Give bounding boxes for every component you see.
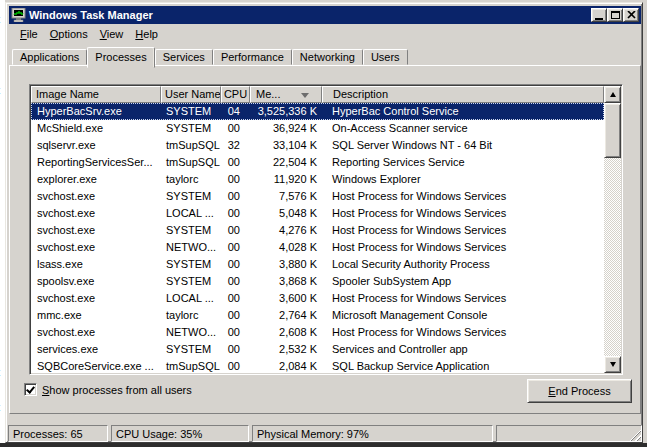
cell-cpu: 00 xyxy=(221,256,250,273)
process-row[interactable]: svchost.exe NETWO... 00 4,028 K Host Pro… xyxy=(31,239,604,256)
cell-image-name: spoolsv.exe xyxy=(31,273,161,290)
process-row[interactable]: svchost.exe NETWO... 00 2,608 K Host Pro… xyxy=(31,324,604,341)
column-header-user-name[interactable]: User Name xyxy=(161,86,221,103)
cell-cpu: 00 xyxy=(221,358,250,373)
cell-description: Host Process for Windows Services xyxy=(322,324,604,341)
tab-processes[interactable]: Processes xyxy=(87,47,154,68)
process-row[interactable]: mmc.exe taylorc 00 2,764 K Microsoft Man… xyxy=(31,307,604,324)
menu-item-file[interactable]: File xyxy=(14,26,44,42)
process-row[interactable]: svchost.exe LOCAL ... 00 3,600 K Host Pr… xyxy=(31,290,604,307)
cell-image-name: services.exe xyxy=(31,341,161,358)
tab-performance[interactable]: Performance xyxy=(213,49,292,65)
maximize-button[interactable] xyxy=(607,8,623,22)
close-button[interactable] xyxy=(623,8,639,22)
vertical-scrollbar[interactable] xyxy=(604,86,621,373)
cell-memory: 2,084 K xyxy=(250,358,322,373)
cell-description: Host Process for Windows Services xyxy=(322,205,604,222)
scroll-down-button[interactable] xyxy=(604,356,621,373)
cell-memory: 4,276 K xyxy=(250,222,322,239)
process-row[interactable]: HyperBacSrv.exe SYSTEM 04 3,525,336 K Hy… xyxy=(31,103,604,120)
process-row[interactable]: svchost.exe SYSTEM 00 7,576 K Host Proce… xyxy=(31,188,604,205)
show-all-users-checkbox[interactable] xyxy=(24,383,37,396)
tab-users[interactable]: Users xyxy=(363,49,408,65)
cell-memory: 2,608 K xyxy=(250,324,322,341)
task-manager-window: Windows Task Manager FileOptionsViewHelp… xyxy=(5,2,643,443)
cell-image-name: ReportingServicesSer... xyxy=(31,154,161,171)
cell-user-name: taylorc xyxy=(161,171,221,188)
titlebar[interactable]: Windows Task Manager xyxy=(9,6,641,24)
statusbar-panel: CPU Usage: 35% xyxy=(111,425,249,442)
statusbar-grip-panel xyxy=(496,425,642,442)
process-row[interactable]: ReportingServicesSer... tmSupSQL 00 22,5… xyxy=(31,154,604,171)
cell-memory: 11,920 K xyxy=(250,171,322,188)
cell-memory: 3,600 K xyxy=(250,290,322,307)
menu-item-help[interactable]: Help xyxy=(129,26,164,42)
minimize-icon xyxy=(595,18,603,20)
menu-item-view[interactable]: View xyxy=(94,26,130,42)
menu-bar: FileOptionsViewHelp xyxy=(9,25,641,43)
process-row[interactable]: services.exe SYSTEM 00 2,532 K Services … xyxy=(31,341,604,358)
cell-memory: 4,028 K xyxy=(250,239,322,256)
maximize-icon xyxy=(611,11,620,19)
tab-applications[interactable]: Applications xyxy=(12,49,87,65)
menu-item-options[interactable]: Options xyxy=(44,26,94,42)
cell-cpu: 04 xyxy=(221,103,250,120)
process-rows: HyperBacSrv.exe SYSTEM 04 3,525,336 K Hy… xyxy=(31,103,604,373)
cell-memory: 2,764 K xyxy=(250,307,322,324)
end-process-button[interactable]: End Process xyxy=(527,379,632,403)
process-row[interactable]: svchost.exe LOCAL ... 00 5,048 K Host Pr… xyxy=(31,205,604,222)
background-bottom-strip xyxy=(0,443,647,447)
cell-image-name: svchost.exe xyxy=(31,324,161,341)
checkmark-icon xyxy=(26,384,35,393)
statusbar-panel: Physical Memory: 97% xyxy=(252,425,493,442)
column-header-memory[interactable]: Me... xyxy=(250,86,322,103)
process-row[interactable]: McShield.exe SYSTEM 00 36,924 K On-Acces… xyxy=(31,120,604,137)
cell-image-name: lsass.exe xyxy=(31,256,161,273)
column-header-image-name[interactable]: Image Name xyxy=(31,86,161,103)
titlebar-buttons xyxy=(591,8,639,22)
cell-user-name: tmSupSQL xyxy=(161,137,221,154)
cell-description: Local Security Authority Process xyxy=(322,256,604,273)
scroll-up-button[interactable] xyxy=(604,86,621,103)
cell-cpu: 00 xyxy=(221,341,250,358)
close-icon xyxy=(627,11,636,19)
cell-memory: 2,532 K xyxy=(250,341,322,358)
sort-descending-icon xyxy=(301,93,309,98)
minimize-button[interactable] xyxy=(591,8,607,22)
statusbar: Processes: 65CPU Usage: 35%Physical Memo… xyxy=(8,423,642,442)
cell-cpu: 00 xyxy=(221,290,250,307)
cell-image-name: sqlservr.exe xyxy=(31,137,161,154)
cell-cpu: 00 xyxy=(221,273,250,290)
column-header-cpu[interactable]: CPU xyxy=(221,86,250,103)
scrollbar-thumb[interactable] xyxy=(604,103,621,158)
tab-networking[interactable]: Networking xyxy=(292,49,363,65)
process-row[interactable]: lsass.exe SYSTEM 00 3,880 K Local Securi… xyxy=(31,256,604,273)
cell-image-name: svchost.exe xyxy=(31,290,161,307)
cell-memory: 3,868 K xyxy=(250,273,322,290)
column-header-description[interactable]: Description xyxy=(322,86,604,103)
statusbar-panel: Processes: 65 xyxy=(8,425,108,442)
process-row[interactable]: sqlservr.exe tmSupSQL 32 33,104 K SQL Se… xyxy=(31,137,604,154)
process-row[interactable]: SQBCoreService.exe ... tmSupSQL 00 2,084… xyxy=(31,358,604,373)
cell-user-name: SYSTEM xyxy=(161,103,221,120)
resize-grip-icon[interactable] xyxy=(628,428,641,441)
scroll-up-icon xyxy=(610,92,616,97)
cell-description: Spooler SubSystem App xyxy=(322,273,604,290)
process-row[interactable]: spoolsv.exe SYSTEM 00 3,868 K Spooler Su… xyxy=(31,273,604,290)
tab-services[interactable]: Services xyxy=(155,49,213,65)
cell-cpu: 00 xyxy=(221,188,250,205)
cell-cpu: 00 xyxy=(221,222,250,239)
cell-description: Reporting Services Service xyxy=(322,154,604,171)
cell-user-name: tmSupSQL xyxy=(161,358,221,373)
cell-image-name: svchost.exe xyxy=(31,205,161,222)
cell-cpu: 00 xyxy=(221,239,250,256)
cell-cpu: 32 xyxy=(221,137,250,154)
cell-description: HyperBac Control Service xyxy=(322,103,604,120)
show-all-users-label[interactable]: Show processes from all users xyxy=(42,384,192,396)
process-list[interactable]: Image Name User Name CPU Me... Descripti… xyxy=(29,84,623,375)
process-row[interactable]: explorer.exe taylorc 00 11,920 K Windows… xyxy=(31,171,604,188)
cell-user-name: SYSTEM xyxy=(161,341,221,358)
cell-user-name: NETWO... xyxy=(161,324,221,341)
cell-description: Services and Controller app xyxy=(322,341,604,358)
process-row[interactable]: svchost.exe SYSTEM 00 4,276 K Host Proce… xyxy=(31,222,604,239)
